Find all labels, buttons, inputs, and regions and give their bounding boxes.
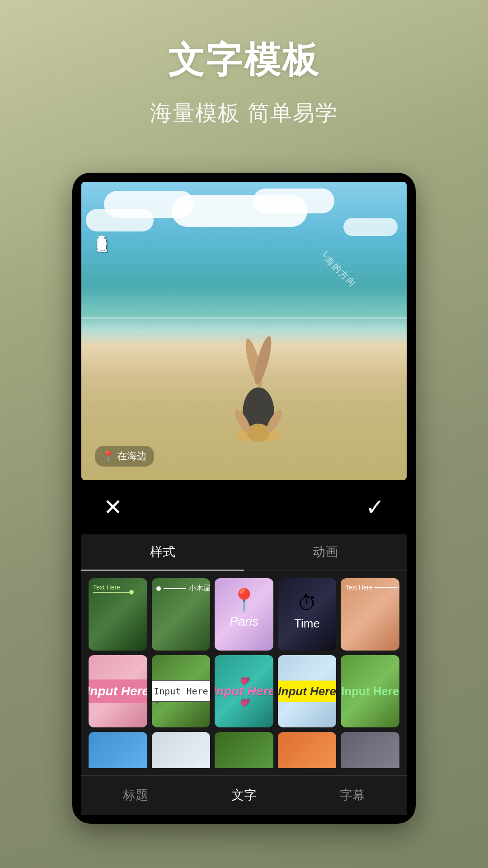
page-title: 文字模板 — [18, 36, 470, 85]
template-item[interactable]: Input Here 💗 💗 — [215, 655, 273, 727]
close-button[interactable]: ✕ — [99, 494, 127, 521]
bottom-tab-bar: 标题 文字 字幕 — [81, 775, 407, 815]
horizon-line — [81, 317, 407, 319]
input-speech-label: Input Here — [152, 680, 211, 702]
beach-photo: 今天的海是什么颜色？ └海的方向 📍 在海边 — [81, 182, 407, 480]
template-item[interactable]: Input Here — [152, 655, 211, 727]
tab-animation[interactable]: 动画 — [244, 534, 407, 571]
svg-point-4 — [247, 424, 270, 442]
template-item[interactable]: 📍 Paris — [215, 578, 273, 651]
page-subtitle: 海量模板 简单易学 — [18, 99, 470, 127]
time-text: Time — [294, 617, 320, 631]
header-section: 文字模板 海量模板 简单易学 — [0, 0, 488, 146]
forest2-line — [164, 588, 186, 589]
bottom-tab-text[interactable]: 文字 — [190, 776, 298, 815]
forest-dot — [129, 590, 134, 594]
tab-style[interactable]: 样式 — [81, 534, 244, 571]
location-tag: 📍 在海边 — [95, 446, 154, 467]
vertical-text: 今天的海是什么颜色？ — [95, 227, 108, 246]
template-item[interactable]: Input Here — [89, 655, 147, 727]
heart-top-icon: 💗 — [239, 676, 249, 686]
style-tabs: 样式 动画 — [81, 534, 407, 571]
person-silhouette — [222, 326, 295, 453]
forest-caption: Text Here — [93, 584, 120, 591]
warm-line — [374, 587, 397, 588]
input-hearts-label: Input Here 💗 💗 — [215, 684, 273, 698]
confirm-button[interactable]: ✓ — [361, 494, 389, 521]
template-row-partial — [89, 732, 399, 768]
input-yellow-label: Input Here — [278, 681, 337, 702]
phone-frame: 今天的海是什么颜色？ └海的方向 📍 在海边 ✕ ✓ 样式 动画 Text He… — [72, 173, 416, 824]
warm-caption: Text Here — [345, 584, 399, 591]
cloud-5 — [343, 218, 398, 236]
forest-arrow-line — [93, 592, 129, 593]
forest2-dot — [156, 586, 161, 591]
template-item[interactable]: 小木屋 — [152, 578, 211, 651]
controls-bar: ✕ ✓ — [81, 480, 407, 534]
template-item[interactable]: Text Here — [89, 578, 147, 651]
warm-label: Text Here — [345, 584, 372, 591]
heart-bottom-icon: 💗 — [239, 698, 249, 708]
template-row-1: Text Here 小木屋 📍 Paris ⏱ Time — [89, 578, 399, 651]
paris-text: Paris — [230, 614, 258, 629]
template-item-partial[interactable] — [341, 732, 399, 768]
forest2-caption: 小木屋 — [156, 584, 211, 593]
location-text: 在海边 — [117, 449, 147, 463]
tabs-container: 样式 动画 — [81, 534, 407, 571]
cloud-4 — [253, 189, 334, 213]
bottom-tab-title[interactable]: 标题 — [81, 776, 190, 815]
bottom-tab-subtitle[interactable]: 字幕 — [298, 776, 407, 815]
template-item[interactable]: Input Here — [278, 655, 337, 727]
template-item-partial[interactable] — [278, 732, 337, 768]
template-item[interactable]: Input Here — [341, 655, 399, 727]
template-row-2: Input Here Input Here Input Here 💗 💗 Inp… — [89, 655, 399, 727]
photo-preview: 今天的海是什么颜色？ └海的方向 📍 在海边 — [81, 182, 407, 480]
template-item[interactable]: Text Here — [341, 578, 399, 651]
warm-dot — [399, 585, 399, 589]
template-grid: Text Here 小木屋 📍 Paris ⏱ Time — [81, 571, 407, 775]
diagonal-text: └海的方向 — [317, 248, 359, 290]
paris-pin-icon: 📍 — [230, 587, 258, 613]
template-item-partial[interactable] — [215, 732, 273, 768]
template-item[interactable]: ⏱ Time — [278, 578, 337, 651]
template-item-partial[interactable] — [89, 732, 147, 768]
time-clock-icon: ⏱ — [297, 592, 317, 615]
template-item-partial[interactable] — [152, 732, 211, 768]
input-pink-label: Input Here — [89, 679, 147, 703]
forest2-text: 小木屋 — [189, 584, 211, 593]
input-green-label: Input Here — [341, 684, 399, 698]
location-pin-icon: 📍 — [102, 450, 114, 462]
